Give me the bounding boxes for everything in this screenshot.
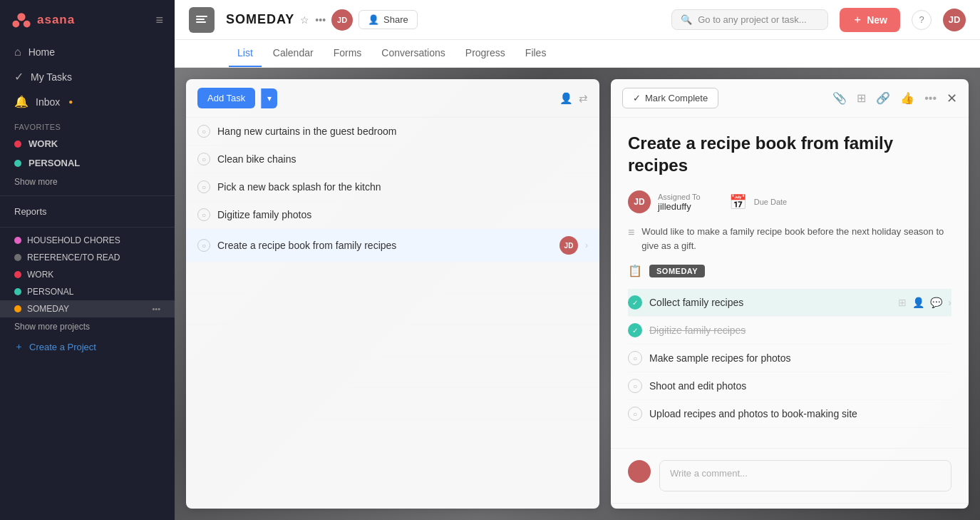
dot-red-2 (14, 271, 21, 278)
create-project-link[interactable]: ＋ Create a Project (0, 336, 175, 357)
plus-icon: ＋ (14, 340, 24, 353)
subtask-row[interactable]: ○ Upload recipes and photos to book-maki… (628, 400, 951, 428)
dot-teal-2 (14, 288, 21, 295)
svg-point-2 (24, 21, 31, 28)
user-avatar-topbar[interactable]: JD (943, 9, 966, 31)
home-icon: ⌂ (14, 46, 21, 58)
task-assignee-avatar: JD (559, 236, 578, 255)
subtask-row[interactable]: ○ Shoot and edit photos (628, 372, 951, 400)
task-check-3[interactable]: ○ (197, 180, 210, 193)
svg-rect-4 (196, 19, 205, 20)
subtask-row[interactable]: ✓ Collect family recipes ⊞ 👤 💬 › (628, 289, 951, 317)
favorites-title: Favorites (0, 114, 175, 134)
task-name-2: Clean bike chains (217, 153, 588, 165)
subtask-check-done-2[interactable]: ✓ (628, 323, 642, 337)
subtask-icon[interactable]: ⊞ (857, 91, 866, 105)
subtask-row[interactable]: ○ Make sample recipes for photos (628, 345, 951, 372)
add-task-dropdown-button[interactable]: ▾ (261, 88, 277, 108)
tab-files[interactable]: Files (517, 40, 555, 67)
person-icon[interactable]: 👤 (559, 92, 573, 105)
plus-icon-new: ＋ (852, 14, 862, 26)
paperclip-icon[interactable]: 📎 (832, 91, 847, 105)
svg-point-0 (17, 13, 25, 21)
add-task-button[interactable]: Add Task (197, 88, 255, 108)
subtask-copy-icon[interactable]: ⊞ (898, 297, 907, 308)
due-date-label: Due Date (754, 198, 787, 206)
task-panel-header: Add Task ▾ 👤 ⇄ (186, 79, 599, 118)
tab-list[interactable]: List (229, 40, 262, 67)
subtask-name-3: Make sample recipes for photos (649, 352, 951, 364)
mark-complete-button[interactable]: ✓ Mark Complete (622, 88, 718, 108)
tab-conversations[interactable]: Conversations (373, 40, 454, 67)
topbar-avatar: JD (331, 9, 353, 31)
content: Add Task ▾ 👤 ⇄ ○ Hang new curtains in th… (175, 68, 980, 520)
show-more-link[interactable]: Show more (0, 173, 175, 191)
like-icon[interactable]: 👍 (900, 91, 914, 105)
detail-meta: JD Assigned To jilleduffy 📅 Due Date (628, 190, 951, 213)
sidebar-project-household[interactable]: HOUSEHOLD CHORES (0, 232, 175, 249)
check-icon: ✓ (14, 70, 24, 83)
task-row[interactable]: ○ Pick a new back splash for the kitchn (186, 173, 599, 201)
close-icon[interactable]: ✕ (947, 91, 957, 106)
show-more-projects-link[interactable]: Show more projects (0, 317, 175, 336)
sidebar-project-someday[interactable]: SOMEDAY ••• (0, 300, 175, 317)
comment-area: Write a comment... (611, 448, 969, 503)
sidebar-project-personal-left: PERSONAL (14, 287, 73, 297)
topbar: SOMEDAY ☆ ••• JD 👤 Share 🔍 Go to any pro… (175, 0, 980, 40)
task-check-1[interactable]: ○ (197, 125, 210, 138)
tab-calendar[interactable]: Calendar (264, 40, 322, 67)
filter-icon[interactable]: ⇄ (579, 92, 588, 105)
dot-dark (14, 254, 21, 261)
due-date-meta: 📅 Due Date (729, 190, 787, 213)
sidebar-item-inbox[interactable]: 🔔 Inbox ● (0, 89, 175, 114)
task-row-selected[interactable]: ○ Create a recipe book from family recip… (186, 229, 599, 262)
sidebar-project-reference[interactable]: REFERENCE/TO READ (0, 249, 175, 266)
task-row[interactable]: ○ Hang new curtains in the guest bedroom (186, 118, 599, 146)
subtask-row[interactable]: ✓ Digitize family recipes (628, 317, 951, 345)
tab-progress[interactable]: Progress (457, 40, 514, 67)
subtask-chevron-icon[interactable]: › (948, 297, 951, 308)
subtask-check-done-1[interactable]: ✓ (628, 295, 642, 310)
detail-title: Create a recipe book from family recipes (628, 132, 951, 176)
sidebar-header: asana ≡ (0, 0, 175, 40)
new-button[interactable]: ＋ New (840, 8, 900, 32)
sidebar-inbox-label: Inbox (36, 96, 60, 108)
subtask-check-4[interactable]: ○ (628, 379, 642, 393)
subtask-assign-icon[interactable]: 👤 (912, 297, 924, 308)
someday-more-icon[interactable]: ••• (152, 305, 160, 313)
subtask-check-5[interactable]: ○ (628, 407, 642, 421)
task-check-5[interactable]: ○ (197, 239, 210, 252)
subtask-comment-icon[interactable]: 💬 (930, 297, 942, 308)
sidebar-item-mytasks[interactable]: ✓ My Tasks (0, 64, 175, 89)
link-icon[interactable]: 🔗 (876, 91, 890, 105)
sidebar-toggle[interactable]: ≡ (155, 13, 163, 28)
search-bar[interactable]: 🔍 Go to any project or task... (671, 9, 828, 30)
task-check-4[interactable]: ○ (197, 208, 210, 221)
sidebar-reports[interactable]: Reports (0, 200, 175, 223)
more-icon[interactable]: ••• (315, 14, 326, 26)
add-task-label: Add Task (207, 93, 245, 103)
checkmark-icon: ✓ (633, 93, 641, 103)
sidebar-project-personal[interactable]: PERSONAL (0, 283, 175, 300)
task-row[interactable]: ○ Clean bike chains (186, 146, 599, 173)
task-row[interactable]: ○ Digitize family photos (186, 201, 599, 229)
inbox-badge: ● (68, 98, 73, 106)
sidebar-item-personal-fav[interactable]: PERSONAL (0, 153, 175, 173)
task-list: ○ Hang new curtains in the guest bedroom… (186, 118, 599, 509)
comment-input[interactable]: Write a comment... (659, 460, 951, 491)
tab-forms[interactable]: Forms (325, 40, 371, 67)
sidebar-item-home[interactable]: ⌂ Home (0, 40, 175, 64)
share-label: Share (383, 14, 408, 25)
project-someday-label: SOMEDAY (27, 304, 69, 314)
sidebar-project-work[interactable]: WORK (0, 266, 175, 283)
help-button[interactable]: ? (912, 10, 932, 30)
subtask-check-3[interactable]: ○ (628, 351, 642, 365)
sidebar-item-work-fav[interactable]: WORK (0, 134, 175, 153)
star-icon[interactable]: ☆ (300, 14, 309, 26)
empty-row-4 (186, 357, 599, 388)
task-check-2[interactable]: ○ (197, 153, 210, 165)
share-button[interactable]: 👤 Share (359, 10, 418, 29)
more-detail-icon[interactable]: ••• (924, 92, 937, 105)
sidebar-project-household-left: HOUSEHOLD CHORES (14, 235, 120, 245)
sidebar-divider (0, 195, 175, 196)
